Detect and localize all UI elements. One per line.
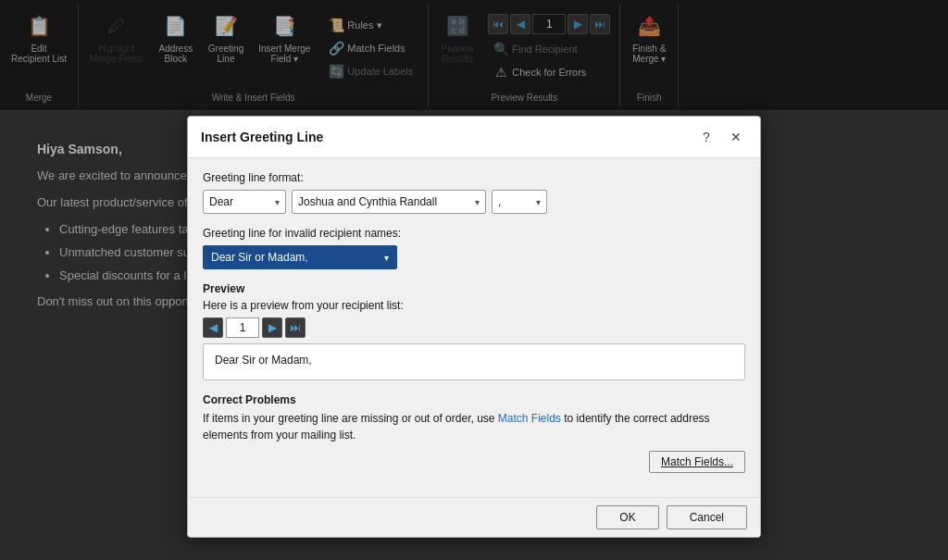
match-fields-link[interactable]: Match Fields [498, 412, 561, 425]
dialog-close-button[interactable]: ✕ [725, 126, 747, 148]
greeting-format-row: Dear ▾ Joshua and Cynthia Randall ▾ , ▾ [203, 190, 745, 214]
invalid-names-row: Dear Sir or Madam, ▾ [203, 245, 745, 269]
cancel-button[interactable]: Cancel [667, 505, 747, 529]
dear-select[interactable]: Dear ▾ [203, 190, 286, 214]
match-fields-dialog-button[interactable]: Match Fields... [649, 451, 745, 473]
preview-nav-prev-button[interactable]: ◀ [203, 317, 223, 338]
name-chevron-icon: ▾ [475, 197, 480, 207]
ok-button[interactable]: OK [596, 505, 658, 529]
preview-desc: Here is a preview from your recipient li… [203, 299, 745, 312]
preview-text-box: Dear Sir or Madam, [203, 343, 745, 380]
dear-chevron-icon: ▾ [275, 197, 280, 207]
dialog-footer: OK Cancel [188, 497, 760, 537]
insert-greeting-line-dialog: Insert Greeting Line ? ✕ Greeting line f… [187, 116, 761, 538]
invalid-names-label: Greeting line for invalid recipient name… [203, 227, 745, 240]
dialog-titlebar: Insert Greeting Line ? ✕ [188, 117, 760, 158]
preview-nav-last-button[interactable]: ⏭ [285, 317, 306, 338]
punctuation-select[interactable]: , ▾ [492, 190, 547, 214]
greeting-format-label: Greeting line format: [203, 171, 745, 184]
name-format-select[interactable]: Joshua and Cynthia Randall ▾ [292, 190, 486, 214]
invalid-chevron-icon: ▾ [384, 253, 389, 263]
preview-nav: ◀ ▶ ⏭ [203, 317, 745, 338]
match-fields-row: Match Fields... [203, 451, 745, 473]
preview-nav-input[interactable] [226, 317, 259, 338]
correct-problems-label: Correct Problems [203, 393, 745, 406]
dialog-body: Greeting line format: Dear ▾ Joshua and … [188, 158, 760, 497]
dialog-overlay: Insert Greeting Line ? ✕ Greeting line f… [0, 0, 948, 560]
correct-problems-desc: If items in your greeting line are missi… [203, 410, 745, 443]
invalid-recipient-select[interactable]: Dear Sir or Madam, ▾ [203, 245, 397, 269]
preview-section-label: Preview [203, 282, 745, 295]
dialog-title: Insert Greeting Line [201, 130, 323, 144]
dialog-help-button[interactable]: ? [695, 126, 717, 148]
dialog-titlebar-buttons: ? ✕ [695, 126, 747, 148]
preview-nav-next-button[interactable]: ▶ [262, 317, 282, 338]
punct-chevron-icon: ▾ [536, 197, 541, 207]
